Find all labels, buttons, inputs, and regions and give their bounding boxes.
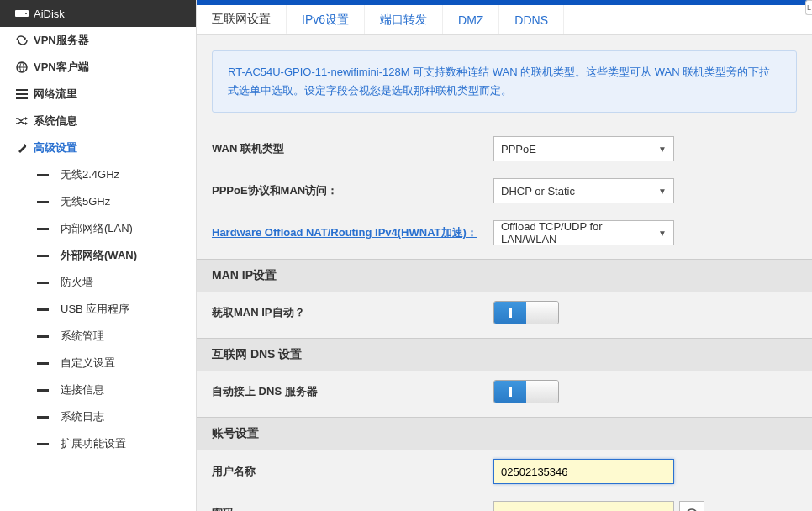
- minus-icon: [37, 282, 49, 284]
- svg-point-1: [25, 13, 27, 14]
- input-password[interactable]: [493, 501, 674, 511]
- shuffle-icon: [10, 116, 34, 126]
- tab-ipv6[interactable]: IPv6设置: [287, 5, 365, 34]
- loop-icon: [10, 34, 34, 46]
- hdd-icon: [10, 8, 34, 18]
- chevron-down-icon: ▼: [658, 145, 667, 154]
- chevron-down-icon: ▼: [658, 229, 667, 238]
- section-dns: 互联网 DNS 设置: [197, 338, 812, 371]
- svg-rect-4: [16, 93, 28, 95]
- sidebar-item-vpn-client[interactable]: VPN客户端: [0, 54, 196, 81]
- label-pppoe-man: PPPoE协议和MAN访问：: [212, 183, 493, 198]
- sidebar-sub-lan[interactable]: 内部网络(LAN): [0, 215, 196, 242]
- section-man-ip: MAN IP设置: [197, 259, 812, 292]
- sidebar-label: 扩展功能设置: [61, 436, 126, 451]
- sidebar-label: 防火墙: [61, 275, 93, 290]
- tabs: 互联网设置 IPv6设置 端口转发 DMZ DDNS: [197, 5, 812, 35]
- select-value: DHCP or Static: [501, 185, 575, 198]
- label-wan-type: WAN 联机类型: [212, 141, 493, 156]
- sidebar-sub-wifi24[interactable]: 无线2.4GHz: [0, 161, 196, 188]
- minus-icon: [37, 362, 49, 365]
- sidebar-label: VPN服务器: [34, 33, 89, 48]
- sidebar-sub-wan[interactable]: 外部网络(WAN): [0, 242, 196, 269]
- info-box: RT-AC54U-GPIO-11-newifimini-128M 可支持数种连结…: [212, 50, 797, 113]
- wrench-icon: [10, 142, 34, 154]
- toggle-man-ip[interactable]: [493, 301, 559, 324]
- right-tab[interactable]: L: [805, 0, 812, 15]
- sidebar-label: 外部网络(WAN): [61, 248, 137, 263]
- label-dns-auto: 自动接上 DNS 服务器: [212, 384, 493, 399]
- select-pppoe-man[interactable]: DHCP or Static ▼: [493, 178, 674, 203]
- sidebar-label: 系统信息: [34, 113, 77, 129]
- sidebar-sub-extfunc[interactable]: 扩展功能设置: [0, 430, 196, 457]
- minus-icon: [37, 416, 49, 419]
- section-account: 账号设置: [197, 417, 812, 450]
- sidebar-label: 连接信息: [61, 382, 104, 398]
- sidebar-item-advanced[interactable]: 高级设置: [0, 134, 196, 161]
- minus-icon: [37, 335, 49, 338]
- sidebar-sub-firewall[interactable]: 防火墙: [0, 269, 196, 296]
- tab-internet[interactable]: 互联网设置: [197, 5, 287, 34]
- sidebar-item-sysinfo[interactable]: 系统信息: [0, 108, 196, 134]
- row-man-ip-auto: 莸取MAN IP自动？: [197, 292, 812, 333]
- select-hw-offload[interactable]: Offload TCP/UDP for LAN/WLAN ▼: [493, 220, 674, 245]
- sidebar-item-vpn-server[interactable]: VPN服务器: [0, 27, 196, 54]
- sidebar-sub-sysmgmt[interactable]: 系统管理: [0, 323, 196, 350]
- sidebar-sub-custom[interactable]: 自定义设置: [0, 350, 196, 377]
- sidebar-sub-wifi5[interactable]: 无线5GHz: [0, 188, 196, 215]
- minus-icon: [37, 228, 49, 230]
- show-password-button[interactable]: [679, 501, 704, 511]
- select-wan-type[interactable]: PPPoE ▼: [493, 136, 674, 161]
- row-wan-type: WAN 联机类型 PPPoE ▼: [197, 128, 812, 170]
- tab-dmz[interactable]: DMZ: [443, 5, 499, 34]
- sidebar-sub-usbapp[interactable]: USB 应用程序: [0, 296, 196, 323]
- sidebar-label: 无线2.4GHz: [61, 167, 119, 182]
- minus-icon: [37, 255, 49, 257]
- toggle-off-side: [526, 381, 558, 403]
- sidebar-item-aidisk[interactable]: AiDisk: [0, 0, 196, 27]
- main-panel: L 互联网设置 IPv6设置 端口转发 DMZ DDNS RT-AC54U-GP…: [197, 0, 812, 511]
- row-pppoe-man: PPPoE协议和MAN访问： DHCP or Static ▼: [197, 170, 812, 212]
- sidebar-label: 网络流里: [34, 87, 77, 102]
- hw-offload-link[interactable]: Hardware Offload NAT/Routing IPv4(HWNAT加…: [212, 226, 477, 239]
- label-hw-offload: Hardware Offload NAT/Routing IPv4(HWNAT加…: [212, 225, 493, 240]
- sidebar-label: 系统管理: [61, 329, 104, 344]
- sidebar-label: USB 应用程序: [61, 302, 129, 317]
- sidebar: AiDisk VPN服务器 VPN客户端 网络流里 系统信息: [0, 0, 197, 511]
- row-password: 密码: [197, 493, 812, 511]
- sidebar-label: 无线5GHz: [61, 194, 110, 209]
- sidebar-label: VPN客户端: [34, 60, 89, 75]
- row-username: 用户名称: [197, 450, 812, 493]
- svg-rect-3: [16, 89, 28, 91]
- label-man-ip-auto: 莸取MAN IP自动？: [212, 305, 493, 320]
- svg-rect-5: [16, 97, 28, 99]
- sidebar-label: 自定义设置: [61, 356, 115, 371]
- sidebar-label: 高级设置: [34, 140, 77, 155]
- sidebar-label: 内部网络(LAN): [61, 221, 133, 236]
- sidebar-label: AiDisk: [34, 8, 65, 20]
- sidebar-item-netflow[interactable]: 网络流里: [0, 81, 196, 108]
- sidebar-sub-conninfo[interactable]: 连接信息: [0, 377, 196, 403]
- minus-icon: [37, 308, 49, 311]
- minus-icon: [37, 174, 49, 176]
- tab-ddns[interactable]: DDNS: [499, 5, 564, 34]
- select-value: PPPoE: [501, 143, 536, 155]
- list-icon: [10, 89, 34, 99]
- minus-icon: [37, 443, 49, 445]
- label-password: 密码: [212, 506, 493, 511]
- input-username[interactable]: [493, 459, 674, 484]
- label-username: 用户名称: [212, 464, 493, 479]
- toggle-on-side: [494, 302, 526, 324]
- globe-icon: [10, 61, 34, 73]
- toggle-off-side: [526, 302, 558, 324]
- chevron-down-icon: ▼: [658, 187, 667, 196]
- sidebar-sub-syslog[interactable]: 系统日志: [0, 403, 196, 430]
- row-hw-offload: Hardware Offload NAT/Routing IPv4(HWNAT加…: [197, 212, 812, 254]
- tab-port-forward[interactable]: 端口转发: [365, 5, 443, 34]
- toggle-dns-auto[interactable]: [493, 380, 559, 403]
- minus-icon: [37, 201, 49, 203]
- toggle-on-side: [494, 381, 526, 403]
- minus-icon: [37, 389, 49, 392]
- row-dns-auto: 自动接上 DNS 服务器: [197, 371, 812, 412]
- sidebar-label: 系统日志: [61, 409, 104, 424]
